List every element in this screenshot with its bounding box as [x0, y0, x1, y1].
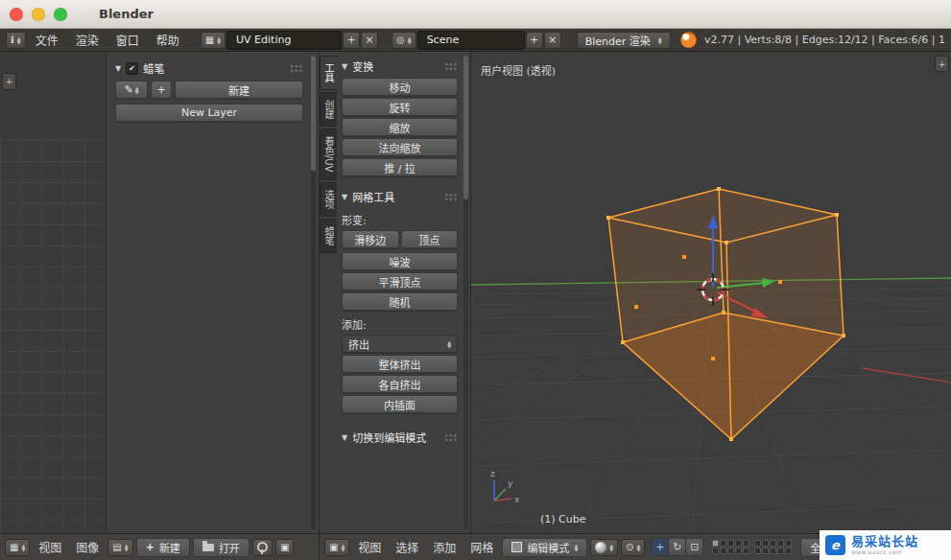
uv-canvas[interactable]: +: [0, 52, 106, 533]
grease-pencil-panel-header[interactable]: ▼ ✔ 蜡笔: [115, 60, 303, 76]
extrude-individual-button[interactable]: 各自挤出: [342, 375, 458, 393]
add-grease-pencil-button[interactable]: +: [151, 81, 172, 99]
image-open-button[interactable]: 打开: [193, 538, 250, 557]
layer-cell[interactable]: [712, 548, 719, 554]
layer-cell[interactable]: [762, 540, 769, 547]
menu-image[interactable]: 图像: [70, 536, 105, 559]
panel-grip-icon[interactable]: [444, 62, 458, 71]
menu-view-3d[interactable]: 视图: [352, 536, 387, 559]
shading-dropdown[interactable]: [590, 539, 618, 556]
manipulator-scale-button[interactable]: ⊡: [685, 538, 703, 556]
menu-file[interactable]: 文件: [28, 30, 66, 51]
scene-browse-button[interactable]: ◎: [392, 32, 416, 49]
tab-tools[interactable]: 工具: [320, 56, 337, 90]
add-screen-layout-button[interactable]: +: [343, 32, 360, 49]
inset-faces-button[interactable]: 内插面: [342, 395, 458, 413]
layer-cell[interactable]: [720, 540, 726, 547]
gp-new-button[interactable]: 新建: [175, 81, 303, 99]
layer-cell[interactable]: [735, 548, 742, 554]
layer-cell[interactable]: [712, 540, 719, 547]
panel-grip-icon[interactable]: [444, 193, 458, 201]
layer-cell[interactable]: [743, 548, 749, 554]
screen-layout-browse-button[interactable]: ▦: [201, 32, 226, 49]
pencil-datablock-button[interactable]: ✎: [115, 81, 148, 99]
pivot-dropdown[interactable]: ⊙: [621, 539, 645, 556]
collapse-triangle-icon[interactable]: ▼: [342, 433, 347, 442]
close-window-button[interactable]: [10, 8, 23, 21]
scale-button[interactable]: 缩放: [342, 118, 458, 136]
menu-select[interactable]: 选择: [390, 536, 424, 559]
transform-panel-header[interactable]: ▼ 变换: [342, 58, 458, 74]
shrink-fatten-button[interactable]: 法向缩放: [342, 138, 458, 156]
noise-button[interactable]: 噪波: [342, 252, 458, 270]
maximize-window-button[interactable]: [54, 8, 67, 21]
menu-mesh[interactable]: 网格: [464, 536, 499, 559]
panel-grip-icon[interactable]: [444, 433, 458, 442]
layer-cell[interactable]: [777, 540, 784, 547]
delete-screen-layout-button[interactable]: ×: [361, 32, 378, 49]
pin-button[interactable]: [252, 539, 273, 556]
layer-cell[interactable]: [785, 548, 792, 554]
editor-type-info-button[interactable]: ℹ: [6, 32, 26, 49]
minimize-window-button[interactable]: [32, 8, 45, 21]
cube-mesh[interactable]: [606, 187, 845, 441]
manipulator-translate-button[interactable]: +: [651, 538, 669, 556]
push-pull-button[interactable]: 推 / 拉: [342, 158, 458, 176]
mode-dropdown[interactable]: 编辑模式: [502, 538, 587, 557]
vertex-slide-button[interactable]: 顶点: [401, 230, 459, 248]
collapse-triangle-icon[interactable]: ▼: [342, 62, 347, 71]
gp-panel-scrollbar[interactable]: [311, 56, 316, 529]
layer-cell[interactable]: [777, 548, 784, 554]
layer-group[interactable]: [712, 540, 749, 554]
screen-layout-name[interactable]: UV Editing: [226, 31, 342, 50]
randomize-button[interactable]: 随机: [342, 292, 458, 311]
new-layer-button[interactable]: New Layer: [115, 104, 303, 122]
menu-help[interactable]: 帮助: [149, 30, 187, 51]
image-new-button[interactable]: + 新建: [136, 538, 190, 557]
layer-cell[interactable]: [770, 540, 776, 547]
collapse-triangle-icon[interactable]: ▼: [115, 64, 121, 73]
collapse-triangle-icon[interactable]: ▼: [342, 193, 347, 201]
smooth-vertex-button[interactable]: 平滑顶点: [342, 272, 458, 291]
layer-cell[interactable]: [754, 540, 761, 547]
layer-cell[interactable]: [743, 540, 749, 547]
layer-cell[interactable]: [785, 540, 792, 547]
manipulator-rotate-button[interactable]: ↻: [668, 538, 686, 556]
menu-view-uv[interactable]: 视图: [33, 536, 67, 559]
image-browse-button[interactable]: ▤: [107, 539, 132, 556]
layer-cell[interactable]: [770, 548, 776, 554]
uv-snap-button[interactable]: ▣: [275, 539, 294, 556]
layer-cell[interactable]: [727, 540, 734, 547]
editor-type-image-button[interactable]: ▦: [5, 539, 30, 556]
scene-name[interactable]: Scene: [417, 31, 525, 50]
tab-options[interactable]: 选项: [320, 182, 337, 217]
grease-pencil-checkbox[interactable]: ✔: [126, 62, 138, 75]
layer-cell[interactable]: [727, 548, 734, 554]
extrude-menu-button[interactable]: 挤出: [342, 335, 458, 353]
layer-cell[interactable]: [762, 548, 769, 554]
menu-window[interactable]: 窗口: [108, 30, 147, 51]
add-scene-button[interactable]: +: [526, 32, 543, 49]
translate-button[interactable]: 移动: [342, 78, 458, 96]
editor-type-3dview-button[interactable]: ▣: [324, 539, 349, 556]
menu-render[interactable]: 渲染: [68, 30, 107, 51]
layer-cell[interactable]: [720, 548, 726, 554]
render-engine-dropdown[interactable]: Blender 渲染: [577, 32, 671, 49]
edge-slide-button[interactable]: 滑移边: [342, 230, 399, 248]
viewport-canvas[interactable]: x y z: [471, 52, 951, 533]
scrollbar-thumb[interactable]: [464, 56, 468, 199]
expand-region-button[interactable]: +: [2, 73, 16, 90]
tool-shelf-scrollbar[interactable]: [464, 56, 468, 529]
viewport-3d[interactable]: x y z 用户视图 (透视) (1) Cube +: [470, 52, 951, 533]
tab-grease-pencil[interactable]: 蜡笔: [320, 219, 337, 253]
layer-cell[interactable]: [754, 548, 761, 554]
menu-add[interactable]: 添加: [427, 536, 462, 559]
rotate-button[interactable]: 旋转: [342, 98, 458, 116]
tab-shading-uv[interactable]: 着色/UV: [320, 128, 337, 180]
extrude-region-button[interactable]: 整体挤出: [342, 355, 458, 373]
mesh-tools-panel-header[interactable]: ▼ 网格工具: [342, 189, 458, 204]
redo-panel-header[interactable]: ▼ 切换到编辑模式: [342, 430, 458, 445]
scrollbar-thumb[interactable]: [311, 56, 316, 171]
layer-group[interactable]: [754, 540, 792, 554]
delete-scene-button[interactable]: ×: [544, 32, 561, 49]
